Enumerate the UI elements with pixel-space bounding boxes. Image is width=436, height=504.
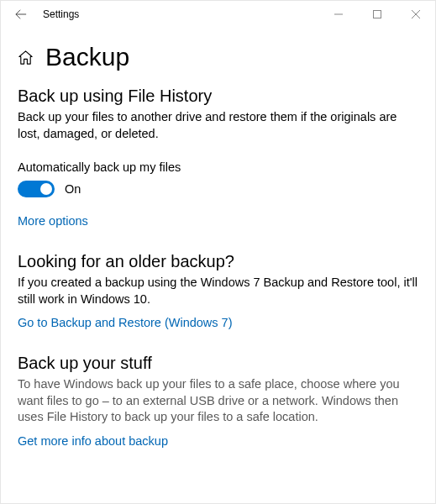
close-icon [412,10,420,18]
toggle-state-label: On [65,182,81,196]
page-title: Backup [45,43,129,71]
minimize-icon [334,10,343,18]
page-header: Backup [1,28,435,80]
home-button[interactable] [18,50,34,66]
section-file-history: Back up using File History Back up your … [18,87,418,228]
toggle-row: On [18,181,418,197]
window-controls [319,1,435,28]
window-title: Settings [43,8,79,20]
section-older-backup: Looking for an older backup? If you crea… [18,252,418,330]
backup-restore-win7-link[interactable]: Go to Backup and Restore (Windows 7) [18,316,232,329]
auto-backup-toggle[interactable] [18,181,55,197]
maximize-icon [373,10,381,18]
back-button[interactable] [8,1,34,28]
titlebar: Settings [1,1,435,28]
close-button[interactable] [397,1,435,28]
minimize-button[interactable] [319,1,358,28]
section-heading: Back up using File History [18,87,418,106]
svg-rect-0 [374,11,381,18]
toggle-knob-icon [40,183,52,195]
section-heading: Back up your stuff [18,354,418,373]
home-icon [18,50,34,66]
section-description: If you created a backup using the Window… [18,275,418,307]
toggle-label: Automatically back up my files [18,160,418,174]
more-options-link[interactable]: More options [18,214,88,228]
toggle-block: Automatically back up my files On [18,160,418,197]
more-info-backup-link[interactable]: Get more info about backup [18,434,168,448]
section-description: Back up your files to another drive and … [18,109,418,142]
content-area: Back up using File History Back up your … [1,80,435,449]
back-arrow-icon [15,8,27,20]
section-heading: Looking for an older backup? [18,252,418,271]
section-description: To have Windows back up your files to a … [18,376,418,426]
section-backup-stuff: Back up your stuff To have Windows back … [18,354,418,449]
maximize-button[interactable] [358,1,397,28]
